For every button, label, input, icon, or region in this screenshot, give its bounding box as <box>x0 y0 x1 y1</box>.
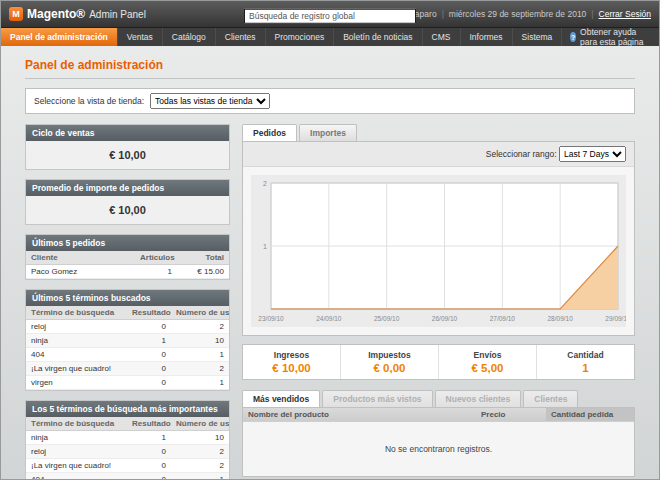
nav-item-cms[interactable]: CMS <box>423 28 461 46</box>
empty-row: No se encontraron registros. <box>243 422 634 477</box>
table-row[interactable]: 40401 <box>26 348 229 362</box>
chart-panel: Seleccionar rango: Last 7 Days 1223/09/1… <box>242 141 635 336</box>
svg-text:26/09/10: 26/09/10 <box>432 315 458 322</box>
table-row[interactable]: 40401 <box>26 473 229 480</box>
top-search-table: Término de búsqueda Resultados Número de… <box>26 417 229 479</box>
cell-uses: 1 <box>171 376 229 390</box>
stat-value: 1 <box>539 362 632 374</box>
nav-item-boletin[interactable]: Boletín de noticias <box>334 28 422 46</box>
table-row[interactable]: reloj02 <box>26 445 229 459</box>
range-select[interactable]: Last 7 Days <box>559 146 626 162</box>
column-header: Cliente <box>26 251 135 265</box>
dashboard-right-column: Pedidos Importes Seleccionar rango: Last… <box>242 124 635 479</box>
stat-value: € 10,00 <box>245 362 338 374</box>
nav-item-catalogo[interactable]: Catálogo <box>163 28 216 46</box>
help-link[interactable]: ? Obtener ayuda para esta página <box>562 28 659 46</box>
help-label: Obtener ayuda para esta página <box>580 27 651 47</box>
column-header: Total <box>177 251 229 265</box>
cell-uses: 10 <box>171 431 229 445</box>
stat-value: € 0,00 <box>343 362 436 374</box>
grid-tabs: Más vendidos Productos más vistos Nuevos… <box>242 390 635 407</box>
current-date: miércoles 29 de septiembre de 2010 <box>449 9 587 19</box>
stat-envios: Envíos € 5,00 <box>438 345 536 379</box>
dashboard: Ciclo de ventas € 10,00 Promedio de impo… <box>25 124 635 479</box>
orders-chart-svg: 1223/09/1024/09/1025/09/1026/09/1027/09/… <box>251 175 626 327</box>
separator: | <box>591 9 593 19</box>
table-row[interactable]: virgen01 <box>26 376 229 390</box>
title-divider <box>25 78 635 79</box>
column-header: Cantidad pedida <box>546 408 634 422</box>
logout-link[interactable]: Cerrar Sesión <box>599 9 651 19</box>
nav-item-promociones[interactable]: Promociones <box>266 28 335 46</box>
cell-results: 0 <box>127 362 171 376</box>
average-orders-title: Promedio de importe de pedidos <box>26 180 229 196</box>
table-row[interactable]: ninja110 <box>26 334 229 348</box>
last-search-table: Término de búsqueda Resultados Número de… <box>26 306 229 390</box>
store-view-select[interactable]: Todas las vistas de tienda <box>150 93 270 109</box>
nav-item-sistema[interactable]: Sistema <box>513 28 563 46</box>
cell-term: ninja <box>26 334 127 348</box>
cell-term: 404 <box>26 348 127 362</box>
stat-label: Envíos <box>441 350 534 360</box>
top-header: M Magento® Admin Panel Accedió como apar… <box>1 1 659 28</box>
nav-item-informes[interactable]: Informes <box>461 28 513 46</box>
stat-ingresos: Ingresos € 10,00 <box>243 345 340 379</box>
column-header: Artículos <box>135 251 177 265</box>
bestsellers-panel: Nombre del producto Precio Cantidad pedi… <box>242 407 635 477</box>
cell-results: 1 <box>127 431 171 445</box>
column-header: Término de búsqueda <box>26 306 127 320</box>
tab-pedidos[interactable]: Pedidos <box>242 124 297 141</box>
brand-name: Magento® <box>27 7 85 21</box>
svg-text:24/09/10: 24/09/10 <box>316 315 342 322</box>
tab-mas-vendidos[interactable]: Más vendidos <box>242 390 320 407</box>
svg-text:25/09/10: 25/09/10 <box>374 315 400 322</box>
lifetime-sales-title: Ciclo de ventas <box>26 125 229 141</box>
totals-bar: Ingresos € 10,00 Impuestos € 0,00 Envíos… <box>242 344 635 380</box>
cell-results: 0 <box>127 445 171 459</box>
last-orders-table: Cliente Artículos Total Paco Gomez 1 € 1… <box>26 251 229 279</box>
tab-nuevos-clientes[interactable]: Nuevos clientes <box>435 390 522 407</box>
table-row[interactable]: ¡La virgen que cuadro!02 <box>26 362 229 376</box>
stat-label: Cantidad <box>539 350 632 360</box>
nav-item-ventas[interactable]: Ventas <box>118 28 163 46</box>
cell-results: 0 <box>127 320 171 334</box>
nav-item-clientes[interactable]: Clientes <box>216 28 266 46</box>
last-search-title: Últimos 5 términos buscados <box>26 290 229 306</box>
table-row[interactable]: ¡La virgen que cuadro!02 <box>26 459 229 473</box>
table-row[interactable]: reloj02 <box>26 320 229 334</box>
cell-term: ¡La virgen que cuadro! <box>26 459 127 473</box>
cell-customer: Paco Gomez <box>26 265 135 279</box>
svg-text:23/09/10: 23/09/10 <box>258 315 284 322</box>
column-header: Nombre del producto <box>243 408 476 422</box>
cell-results: 0 <box>127 376 171 390</box>
tab-productos-mas-vistos[interactable]: Productos más vistos <box>322 390 432 407</box>
svg-text:28/09/10: 28/09/10 <box>548 315 574 322</box>
table-row[interactable]: ninja110 <box>26 431 229 445</box>
range-selector-row: Seleccionar rango: Last 7 Days <box>243 142 634 167</box>
stat-impuestos: Impuestos € 0,00 <box>340 345 438 379</box>
nav-item-dashboard[interactable]: Panel de administración <box>1 28 118 46</box>
table-row[interactable]: Paco Gomez 1 € 15.00 <box>26 265 229 279</box>
cell-term: ninja <box>26 431 127 445</box>
stat-label: Impuestos <box>343 350 436 360</box>
last-orders-title: Últimos 5 pedidos <box>26 235 229 251</box>
svg-text:29/09/10: 29/09/10 <box>605 315 626 322</box>
cell-total: € 15.00 <box>177 265 229 279</box>
bestsellers-table: Nombre del producto Precio Cantidad pedi… <box>243 408 634 476</box>
admin-window: M Magento® Admin Panel Accedió como apar… <box>0 0 660 480</box>
orders-area-chart: 1223/09/1024/09/1025/09/1026/09/1027/09/… <box>251 175 626 327</box>
tab-clientes[interactable]: Clientes <box>523 390 578 407</box>
cell-results: 0 <box>127 348 171 362</box>
chart-tabs: Pedidos Importes <box>242 124 635 141</box>
range-label: Seleccionar rango: <box>486 149 557 159</box>
last-search-panel: Últimos 5 términos buscados Término de b… <box>25 289 230 391</box>
cell-uses: 10 <box>171 334 229 348</box>
main-nav: Panel de administración Ventas Catálogo … <box>1 28 659 46</box>
global-search-input[interactable] <box>244 8 416 23</box>
column-header: Número de usos <box>171 417 229 431</box>
cell-term: 404 <box>26 473 127 480</box>
tab-importes[interactable]: Importes <box>299 124 357 141</box>
store-view-label: Seleccione la vista de tienda: <box>34 96 144 106</box>
cell-term: virgen <box>26 376 127 390</box>
cell-results: 1 <box>127 334 171 348</box>
